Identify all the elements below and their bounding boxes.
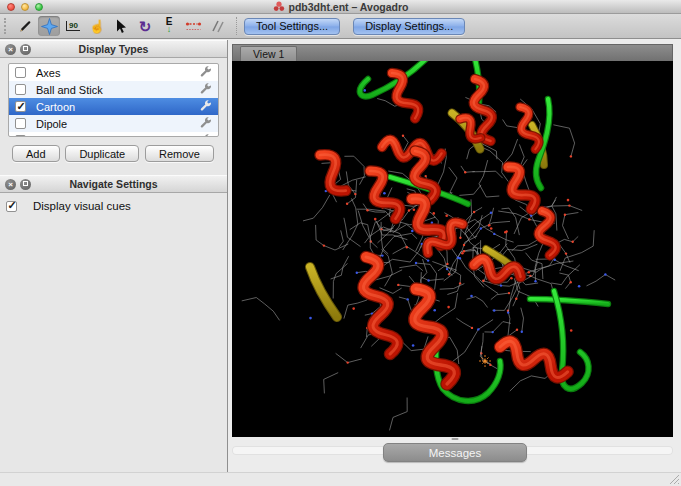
- window-title: pdb3dht.ent – Avogadro: [289, 1, 409, 13]
- wrench-settings-icon[interactable]: [199, 66, 212, 79]
- gl-viewport[interactable]: [232, 61, 673, 437]
- display-type-label: Ball and Stick: [36, 84, 199, 96]
- toolbar: 90 ☝ ↻ E ↓: [0, 14, 681, 39]
- display-types-title: Display Types: [0, 43, 227, 55]
- navigate-settings-panel: Navigate Settings × Display visual cues: [0, 175, 227, 212]
- manipulate-tool-button[interactable]: ☝: [86, 16, 108, 36]
- display-type-label: Axes: [36, 67, 199, 79]
- zoom-window-button[interactable]: [35, 3, 43, 11]
- wrench-settings-icon[interactable]: [199, 100, 212, 113]
- draw-tool-button[interactable]: [14, 16, 36, 36]
- minimize-window-button[interactable]: [21, 3, 29, 11]
- toolbar-grip[interactable]: [4, 18, 8, 34]
- add-button[interactable]: Add: [12, 145, 60, 162]
- display-type-label: Dipole: [36, 118, 199, 130]
- close-panel-icon[interactable]: ×: [5, 44, 16, 55]
- wrench-settings-icon[interactable]: [199, 117, 212, 130]
- pencil-icon: [18, 19, 33, 34]
- display-type-checkbox[interactable]: [15, 67, 26, 78]
- display-type-label: Force: [36, 135, 199, 138]
- measure-tool-button[interactable]: [182, 16, 204, 36]
- display-type-label: Cartoon: [36, 101, 199, 113]
- display-type-checkbox[interactable]: [15, 135, 26, 137]
- wrench-settings-icon[interactable]: [199, 134, 212, 137]
- display-type-row-cartoon[interactable]: Cartoon: [9, 98, 218, 115]
- remove-button[interactable]: Remove: [145, 145, 214, 162]
- avogadro-app-icon: [273, 1, 285, 12]
- close-panel-icon[interactable]: ×: [5, 179, 16, 190]
- align-icon: [210, 19, 224, 33]
- tool-settings-button[interactable]: Tool Settings...: [244, 18, 340, 35]
- statusbar: [0, 472, 681, 486]
- navigate-star-icon: [41, 18, 58, 35]
- navigate-tool-button[interactable]: [38, 16, 60, 36]
- ruler-icon: [185, 20, 202, 33]
- display-type-checkbox[interactable]: [15, 118, 26, 129]
- display-settings-button[interactable]: Display Settings...: [353, 18, 465, 35]
- tab-view-1[interactable]: View 1: [240, 46, 297, 61]
- splitter-handle[interactable]: [452, 438, 459, 440]
- display-visual-cues-row: Display visual cues: [0, 193, 227, 212]
- close-window-button[interactable]: [7, 3, 15, 11]
- float-panel-icon[interactable]: [20, 44, 31, 55]
- display-visual-cues-checkbox[interactable]: [6, 201, 17, 212]
- rotate-icon: ↻: [139, 19, 152, 34]
- main-view-area: View 1: [229, 40, 681, 472]
- display-visual-cues-label: Display visual cues: [33, 200, 131, 212]
- display-type-row-force[interactable]: Force: [9, 132, 218, 137]
- cursor-icon: [115, 19, 128, 34]
- auto-optimize-tool-button[interactable]: E ↓: [158, 16, 180, 36]
- navigate-settings-title: Navigate Settings: [0, 178, 227, 190]
- titlebar[interactable]: pdb3dht.ent – Avogadro: [0, 0, 681, 14]
- display-type-row-dipole[interactable]: Dipole: [9, 115, 218, 132]
- app-window: pdb3dht.ent – Avogadro 90 ☝: [0, 0, 681, 486]
- view-tabbar: View 1: [232, 44, 673, 61]
- align-tool-button[interactable]: [206, 16, 228, 36]
- display-type-checkbox[interactable]: [15, 84, 26, 95]
- angle-90-icon: 90: [66, 21, 80, 31]
- messages-dock: Messages: [229, 437, 681, 472]
- toolbar-separator: [236, 17, 237, 35]
- float-panel-icon[interactable]: [20, 179, 31, 190]
- wrench-settings-icon[interactable]: [199, 83, 212, 96]
- display-type-row-ball-and-stick[interactable]: Ball and Stick: [9, 81, 218, 98]
- select-tool-button[interactable]: [110, 16, 132, 36]
- display-types-list[interactable]: Axes Ball and Stick Cartoon Dipole Force: [8, 63, 219, 137]
- duplicate-button[interactable]: Duplicate: [65, 145, 139, 162]
- window-controls: [7, 3, 43, 11]
- left-dock: Display Types × Axes Ball and Stick Cart…: [0, 40, 228, 472]
- resize-grip-icon[interactable]: [668, 473, 680, 485]
- bond-centric-tool-button[interactable]: 90: [62, 16, 84, 36]
- navigate-settings-header[interactable]: Navigate Settings ×: [0, 175, 227, 193]
- display-type-checkbox[interactable]: [15, 101, 26, 112]
- auto-rotate-tool-button[interactable]: ↻: [134, 16, 156, 36]
- display-types-panel: Display Types × Axes Ball and Stick Cart…: [0, 40, 227, 162]
- messages-button[interactable]: Messages: [383, 443, 527, 462]
- hand-icon: ☝: [89, 19, 105, 34]
- energy-icon: E ↓: [166, 18, 173, 33]
- display-types-header[interactable]: Display Types ×: [0, 40, 227, 58]
- display-type-row-axes[interactable]: Axes: [9, 64, 218, 81]
- protein-cartoon-render: [232, 61, 673, 437]
